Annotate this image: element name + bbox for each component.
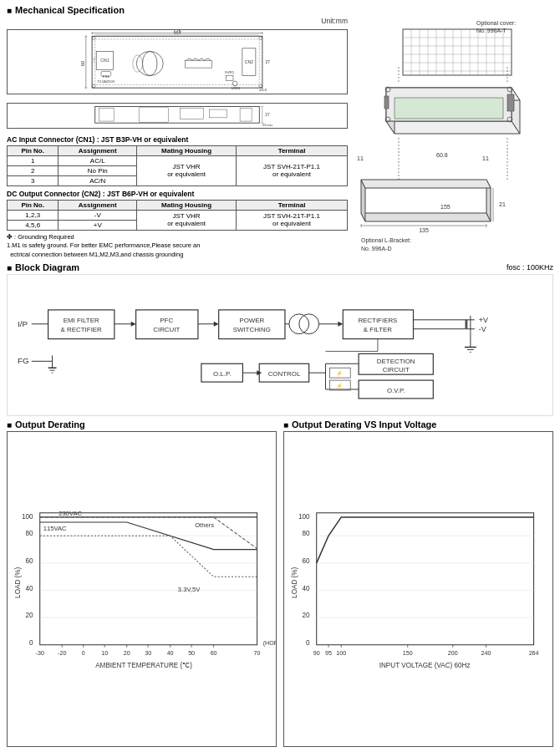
- svg-text:21: 21: [499, 201, 506, 207]
- svg-text:10: 10: [101, 650, 108, 657]
- svg-text:LOAD (%): LOAD (%): [291, 567, 298, 598]
- svg-text:-V: -V: [479, 325, 486, 333]
- output-derating-vs-svg: 0 20 40 60 80 100 90 95 100 150: [284, 432, 552, 746]
- svg-text:AMBIENT TEMPERATURE (℃): AMBIENT TEMPERATURE (℃): [95, 662, 192, 669]
- svg-rect-38: [181, 109, 204, 119]
- svg-text:40: 40: [26, 585, 34, 592]
- exploded-view-svg: Optional cover: No. 996A-T: [353, 17, 553, 259]
- cn1-row-1: 1 AC/L JST VHRor equivalent JST SVH-21T-…: [8, 155, 348, 165]
- svg-text:40: 40: [167, 650, 174, 657]
- svg-text:No. 996A-T: No. 996A-T: [476, 28, 507, 33]
- output-derating-title: Output Derating: [7, 419, 277, 429]
- output-derating-chart: Output Derating 0 20 40 60 80 100: [7, 419, 277, 747]
- svg-text:+V: +V: [479, 316, 488, 324]
- svg-point-30: [92, 84, 95, 88]
- svg-rect-159: [40, 513, 257, 645]
- output-derating-vs-area: 0 20 40 60 80 100 90 95 100 150: [283, 431, 553, 747]
- mechanical-spec-area: Unit:mm 175: [7, 17, 553, 259]
- svg-text:POWER: POWER: [239, 317, 264, 324]
- top-view-drawing: 175 165 60 5 CN1: [7, 29, 348, 94]
- svg-rect-22: [185, 60, 211, 68]
- svg-point-19: [136, 51, 163, 75]
- svg-rect-36: [99, 109, 115, 121]
- svg-text:80: 80: [26, 530, 34, 537]
- svg-rect-119: [343, 310, 413, 339]
- svg-text:& RECTIFIER: & RECTIFIER: [61, 326, 102, 333]
- svg-text:FG: FG: [18, 356, 29, 365]
- svg-text:50: 50: [188, 650, 195, 657]
- svg-text:0: 0: [82, 650, 85, 657]
- svg-text:Others: Others: [195, 521, 214, 529]
- svg-text:264: 264: [529, 650, 539, 657]
- svg-text:& FILTER: & FILTER: [364, 326, 392, 333]
- output-derating-vs-chart: Output Derating VS Input Voltage 0 20 40…: [283, 419, 553, 747]
- notes: ✤ : Grounding Required 1.M1 is safety gr…: [7, 233, 348, 260]
- output-derating-svg: 0 20 40 60 80 100 -30 -20 0: [8, 432, 276, 746]
- svg-text:FS1: FS1: [103, 74, 110, 79]
- side-view-svg: 27 33max: [8, 104, 347, 127]
- svg-rect-37: [139, 108, 168, 123]
- cn1-table: Pin No. Assignment Mating Housing Termin…: [7, 145, 348, 186]
- cn1-title: AC Input Connector (CN1) : JST B3P-VH or…: [7, 135, 348, 144]
- output-derating-area: 0 20 40 60 80 100 -30 -20 0: [7, 431, 277, 747]
- svg-marker-118: [338, 322, 343, 327]
- svg-text:Optional cover:: Optional cover:: [476, 20, 516, 27]
- svg-text:230VAC: 230VAC: [59, 510, 82, 517]
- svg-rect-35: [95, 107, 260, 124]
- svg-point-21: [133, 55, 143, 72]
- svg-text:⚡: ⚡: [336, 383, 344, 389]
- svg-rect-1: [95, 39, 260, 85]
- svg-rect-77: [384, 96, 389, 109]
- svg-text:115VAC: 115VAC: [43, 525, 67, 532]
- output-derating-vs-title: Output Derating VS Input Voltage: [283, 419, 553, 429]
- svg-text:O.L.P.: O.L.P.: [213, 370, 231, 378]
- block-diagram-title: Block Diagram fosc : 100KHz: [7, 262, 553, 272]
- svg-text:CIRCUIT: CIRCUIT: [383, 366, 410, 373]
- svg-rect-195: [317, 513, 534, 645]
- svg-text:T2.5A/250V: T2.5A/250V: [97, 79, 115, 84]
- svg-text:CIRCUIT: CIRCUIT: [153, 326, 180, 333]
- svg-point-31: [259, 37, 262, 40]
- svg-rect-40: [240, 109, 252, 121]
- svg-text:CN2: CN2: [245, 59, 253, 64]
- svg-text:60: 60: [211, 650, 217, 657]
- svg-rect-27: [226, 76, 233, 81]
- svg-text:20: 20: [124, 650, 130, 657]
- svg-text:Optional L-Bracket:: Optional L-Bracket:: [361, 237, 411, 244]
- side-view-drawing: 27 33max: [7, 103, 348, 128]
- svg-marker-104: [131, 322, 136, 327]
- svg-text:0: 0: [29, 639, 33, 647]
- svg-text:33max: 33max: [262, 123, 274, 127]
- svg-rect-76: [507, 94, 514, 111]
- mech-left-panel: Unit:mm 175: [7, 17, 348, 259]
- unit-label: Unit:mm: [7, 17, 348, 25]
- svg-text:11: 11: [357, 155, 364, 161]
- svg-text:27: 27: [265, 113, 270, 117]
- svg-text:PFC: PFC: [160, 317, 173, 324]
- svg-rect-48: [403, 29, 512, 75]
- svg-text:20: 20: [26, 612, 34, 619]
- block-diagram-section: Block Diagram fosc : 100KHz I/P EMI FILT…: [7, 262, 553, 416]
- svg-text:60: 60: [80, 61, 85, 66]
- svg-rect-71: [395, 98, 503, 119]
- top-view-svg: 175 165 60 5 CN1: [8, 30, 347, 94]
- svg-text:DETECTION: DETECTION: [377, 358, 415, 365]
- svg-marker-109: [214, 322, 219, 327]
- page: Mechanical Specification Unit:mm: [0, 0, 560, 752]
- cn2-table: Pin No. Assignment Mating Housing Termin…: [7, 200, 348, 231]
- svg-text:80: 80: [303, 530, 311, 537]
- svg-rect-105: [136, 310, 198, 339]
- svg-text:200: 200: [448, 650, 458, 657]
- fosc-label: fosc : 100KHz: [507, 263, 553, 272]
- svg-rect-0: [92, 36, 262, 88]
- svg-text:LOAD (%): LOAD (%): [14, 567, 22, 598]
- svg-text:SVR1: SVR1: [225, 70, 235, 74]
- svg-text:60.8: 60.8: [436, 152, 448, 158]
- svg-text:40: 40: [303, 585, 311, 592]
- svg-marker-66: [386, 121, 520, 134]
- svg-text:SWITCHING: SWITCHING: [233, 326, 271, 333]
- svg-rect-110: [219, 310, 285, 339]
- svg-text:LED1: LED1: [232, 86, 241, 90]
- svg-text:30: 30: [145, 650, 151, 657]
- svg-text:95: 95: [325, 650, 332, 657]
